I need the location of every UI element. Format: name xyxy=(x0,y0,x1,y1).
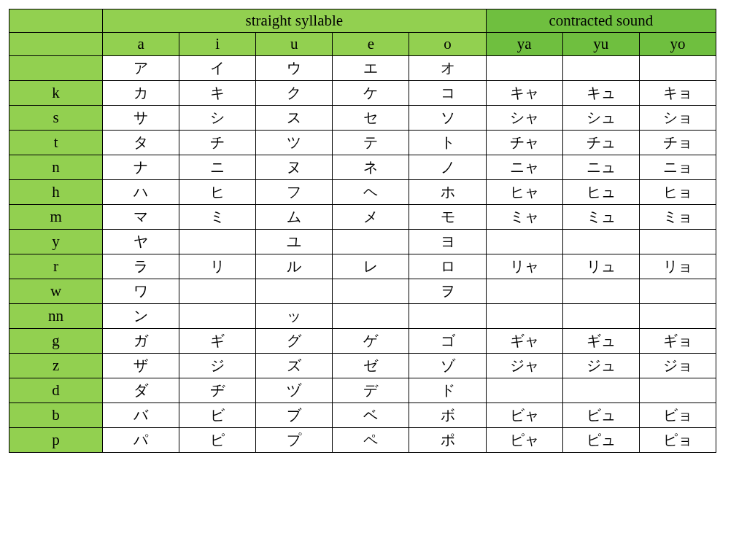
table-row: nn ン ッ xyxy=(9,304,716,329)
cell-e: ペ xyxy=(333,428,409,453)
cell-u: ヅ xyxy=(256,378,333,403)
cell-i xyxy=(179,304,256,329)
cell-u xyxy=(256,279,333,304)
row-label: d xyxy=(9,378,103,403)
cell-yo: キョ xyxy=(639,81,716,106)
cell-e: デ xyxy=(333,378,409,403)
cell-o: ヲ xyxy=(409,279,486,304)
cell-yo: ピョ xyxy=(639,428,716,453)
cell-i: チ xyxy=(179,131,256,155)
cell-u: ク xyxy=(256,81,333,106)
header-straight-syllable: straight syllable xyxy=(103,9,487,33)
cell-yo: ニョ xyxy=(639,155,716,180)
table-row: p パ ピ プ ペ ポ ピャ ピュ ピョ xyxy=(9,428,716,453)
cell-a: ザ xyxy=(103,354,179,378)
cell-e: エ xyxy=(333,56,409,81)
cell-a: ダ xyxy=(103,378,179,403)
col-yu: yu xyxy=(562,33,639,56)
cell-yu: ビュ xyxy=(562,403,639,428)
cell-o: ノ xyxy=(409,155,486,180)
cell-yo: ミョ xyxy=(639,205,716,230)
cell-a: ラ xyxy=(103,254,179,279)
table-row: w ワ ヲ xyxy=(9,279,716,304)
cell-a: サ xyxy=(103,106,179,131)
cell-e: セ xyxy=(333,106,409,131)
col-yo: yo xyxy=(639,33,716,56)
cell-i xyxy=(179,279,256,304)
table-row: d ダ ヂ ヅ デ ド xyxy=(9,378,716,403)
cell-u: ル xyxy=(256,254,333,279)
cell-a: ハ xyxy=(103,180,179,205)
cell-o: ホ xyxy=(409,180,486,205)
cell-i: ギ xyxy=(179,329,256,354)
cell-yu: チュ xyxy=(562,131,639,155)
cell-o: ヨ xyxy=(409,230,486,254)
cell-yo: チョ xyxy=(639,131,716,155)
cell-yu: ギュ xyxy=(562,329,639,354)
cell-yu xyxy=(562,230,639,254)
cell-e: ネ xyxy=(333,155,409,180)
cell-u: ツ xyxy=(256,131,333,155)
row-label: n xyxy=(9,155,103,180)
row-label: z xyxy=(9,354,103,378)
cell-u: ウ xyxy=(256,56,333,81)
cell-yu: ミュ xyxy=(562,205,639,230)
katakana-table: straight syllable contracted sound a i u… xyxy=(9,9,716,453)
row-label: t xyxy=(9,131,103,155)
table-row: y ヤ ユ ヨ xyxy=(9,230,716,254)
cell-ya xyxy=(486,304,562,329)
table-row: r ラ リ ル レ ロ リャ リュ リョ xyxy=(9,254,716,279)
cell-e: レ xyxy=(333,254,409,279)
row-label: b xyxy=(9,403,103,428)
cell-a: タ xyxy=(103,131,179,155)
cell-i: ビ xyxy=(179,403,256,428)
cell-ya: ビャ xyxy=(486,403,562,428)
table-row: b バ ビ ブ ベ ボ ビャ ビュ ビョ xyxy=(9,403,716,428)
cell-yo xyxy=(639,279,716,304)
cell-ya xyxy=(486,279,562,304)
cell-yo: ショ xyxy=(639,106,716,131)
row-label: g xyxy=(9,329,103,354)
col-e: e xyxy=(333,33,409,56)
cell-o xyxy=(409,304,486,329)
cell-a: ガ xyxy=(103,329,179,354)
row-label: w xyxy=(9,279,103,304)
cell-a: ア xyxy=(103,56,179,81)
table-subheader-row: a i u e o ya yu yo xyxy=(9,33,716,56)
cell-yo: ヒョ xyxy=(639,180,716,205)
cell-o: ポ xyxy=(409,428,486,453)
header-contracted-sound: contracted sound xyxy=(486,9,716,33)
cell-o: ド xyxy=(409,378,486,403)
table-row: t タ チ ツ テ ト チャ チュ チョ xyxy=(9,131,716,155)
cell-e xyxy=(333,304,409,329)
cell-a: マ xyxy=(103,205,179,230)
cell-u: ブ xyxy=(256,403,333,428)
cell-ya: リャ xyxy=(486,254,562,279)
table-row: ア イ ウ エ オ xyxy=(9,56,716,81)
cell-i xyxy=(179,230,256,254)
cell-o: コ xyxy=(409,81,486,106)
row-label: k xyxy=(9,81,103,106)
cell-e: ヘ xyxy=(333,180,409,205)
cell-u: プ xyxy=(256,428,333,453)
cell-yu: ニュ xyxy=(562,155,639,180)
cell-ya: ピャ xyxy=(486,428,562,453)
cell-yu: ジュ xyxy=(562,354,639,378)
cell-ya: シャ xyxy=(486,106,562,131)
table-row: k カ キ ク ケ コ キャ キュ キョ xyxy=(9,81,716,106)
cell-ya: ヒャ xyxy=(486,180,562,205)
cell-yo xyxy=(639,230,716,254)
row-label: r xyxy=(9,254,103,279)
cell-o: ソ xyxy=(409,106,486,131)
cell-i: ヂ xyxy=(179,378,256,403)
col-a: a xyxy=(103,33,179,56)
cell-yo xyxy=(639,378,716,403)
cell-ya: キャ xyxy=(486,81,562,106)
cell-e xyxy=(333,279,409,304)
cell-o: オ xyxy=(409,56,486,81)
cell-a: ナ xyxy=(103,155,179,180)
table-row: n ナ ニ ヌ ネ ノ ニャ ニュ ニョ xyxy=(9,155,716,180)
table-row: g ガ ギ グ ゲ ゴ ギャ ギュ ギョ xyxy=(9,329,716,354)
cell-ya: ギャ xyxy=(486,329,562,354)
cell-a: パ xyxy=(103,428,179,453)
